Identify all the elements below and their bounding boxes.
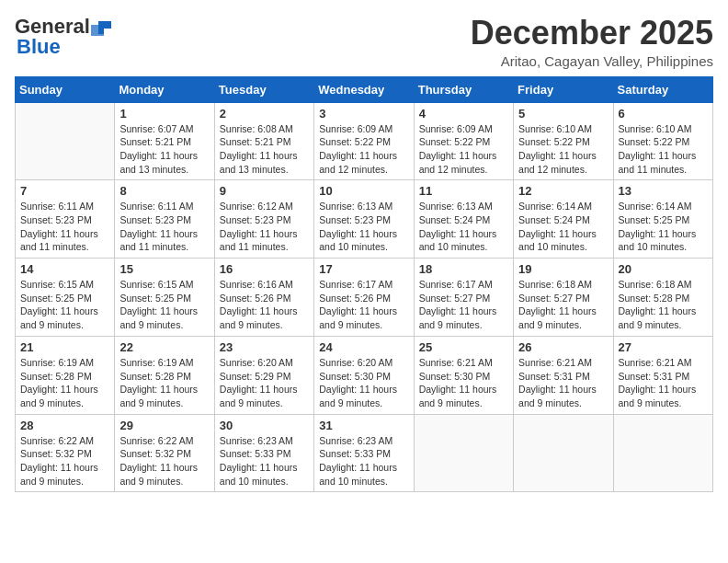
calendar-week-2: 7Sunrise: 6:11 AM Sunset: 5:23 PM Daylig… [16,180,713,259]
day-number: 25 [419,340,508,354]
day-info: Sunrise: 6:21 AM Sunset: 5:31 PM Dayligh… [619,356,708,410]
day-info: Sunrise: 6:20 AM Sunset: 5:29 PM Dayligh… [220,356,309,410]
page-header: General Blue December 2025 Aritao, Cagay… [15,15,713,69]
day-number: 28 [20,419,109,432]
day-info: Sunrise: 6:21 AM Sunset: 5:30 PM Dayligh… [419,356,508,410]
day-info: Sunrise: 6:14 AM Sunset: 5:25 PM Dayligh… [619,200,708,254]
day-number: 1 [119,107,209,121]
calendar-cell: 3Sunrise: 6:09 AM Sunset: 5:22 PM Daylig… [314,102,414,180]
weekday-header-wednesday: Wednesday [314,76,414,102]
weekday-header-thursday: Thursday [414,76,513,102]
weekday-header-friday: Friday [514,76,613,102]
day-number: 2 [220,107,309,121]
calendar-cell: 23Sunrise: 6:20 AM Sunset: 5:29 PM Dayli… [214,336,313,414]
calendar-cell: 13Sunrise: 6:14 AM Sunset: 5:25 PM Dayli… [613,180,712,259]
calendar-cell: 6Sunrise: 6:10 AM Sunset: 5:22 PM Daylig… [613,102,712,180]
calendar-cell [514,414,613,492]
day-number: 13 [619,184,708,198]
calendar-cell: 17Sunrise: 6:17 AM Sunset: 5:26 PM Dayli… [314,259,414,337]
day-info: Sunrise: 6:20 AM Sunset: 5:30 PM Dayligh… [319,356,408,410]
calendar-cell: 10Sunrise: 6:13 AM Sunset: 5:23 PM Dayli… [314,180,414,259]
day-info: Sunrise: 6:09 AM Sunset: 5:22 PM Dayligh… [319,122,408,177]
title-block: December 2025 Aritao, Cagayan Valley, Ph… [471,15,713,69]
day-number: 14 [20,262,109,276]
weekday-header-monday: Monday [115,76,214,102]
day-number: 9 [220,184,309,198]
day-number: 16 [220,262,309,276]
calendar-cell: 15Sunrise: 6:15 AM Sunset: 5:25 PM Dayli… [115,259,214,337]
day-info: Sunrise: 6:22 AM Sunset: 5:32 PM Dayligh… [20,434,109,488]
calendar-cell: 7Sunrise: 6:11 AM Sunset: 5:23 PM Daylig… [16,180,115,259]
month-title: December 2025 [471,15,713,52]
day-info: Sunrise: 6:18 AM Sunset: 5:27 PM Dayligh… [518,278,608,332]
day-info: Sunrise: 6:19 AM Sunset: 5:28 PM Dayligh… [20,356,109,410]
day-info: Sunrise: 6:11 AM Sunset: 5:23 PM Dayligh… [20,200,109,254]
day-number: 15 [119,262,209,276]
day-number: 5 [518,107,608,121]
calendar-cell [16,102,115,180]
day-info: Sunrise: 6:13 AM Sunset: 5:24 PM Dayligh… [419,200,508,254]
day-info: Sunrise: 6:17 AM Sunset: 5:26 PM Dayligh… [319,278,408,332]
calendar-week-4: 21Sunrise: 6:19 AM Sunset: 5:28 PM Dayli… [16,336,713,414]
logo-icon [91,19,111,36]
day-number: 3 [319,107,408,121]
calendar-cell: 26Sunrise: 6:21 AM Sunset: 5:31 PM Dayli… [514,336,613,414]
calendar-cell: 9Sunrise: 6:12 AM Sunset: 5:23 PM Daylig… [214,180,313,259]
logo: General Blue [15,15,112,59]
calendar-cell: 20Sunrise: 6:18 AM Sunset: 5:28 PM Dayli… [613,259,712,337]
day-info: Sunrise: 6:15 AM Sunset: 5:25 PM Dayligh… [119,278,209,332]
calendar-cell: 1Sunrise: 6:07 AM Sunset: 5:21 PM Daylig… [115,102,214,180]
calendar-cell: 5Sunrise: 6:10 AM Sunset: 5:22 PM Daylig… [514,102,613,180]
calendar-cell: 27Sunrise: 6:21 AM Sunset: 5:31 PM Dayli… [613,336,712,414]
calendar-cell [613,414,712,492]
day-info: Sunrise: 6:13 AM Sunset: 5:23 PM Dayligh… [319,200,408,254]
calendar-cell: 16Sunrise: 6:16 AM Sunset: 5:26 PM Dayli… [214,259,313,337]
day-number: 20 [619,262,708,276]
day-info: Sunrise: 6:23 AM Sunset: 5:33 PM Dayligh… [319,434,408,488]
calendar-cell: 28Sunrise: 6:22 AM Sunset: 5:32 PM Dayli… [16,414,115,492]
day-info: Sunrise: 6:14 AM Sunset: 5:24 PM Dayligh… [518,200,608,254]
calendar-cell: 22Sunrise: 6:19 AM Sunset: 5:28 PM Dayli… [115,336,214,414]
calendar-cell: 12Sunrise: 6:14 AM Sunset: 5:24 PM Dayli… [514,180,613,259]
calendar-cell: 14Sunrise: 6:15 AM Sunset: 5:25 PM Dayli… [16,259,115,337]
weekday-header-saturday: Saturday [613,76,712,102]
calendar-cell: 29Sunrise: 6:22 AM Sunset: 5:32 PM Dayli… [115,414,214,492]
calendar-cell: 8Sunrise: 6:11 AM Sunset: 5:23 PM Daylig… [115,180,214,259]
day-info: Sunrise: 6:12 AM Sunset: 5:23 PM Dayligh… [220,200,309,254]
day-info: Sunrise: 6:19 AM Sunset: 5:28 PM Dayligh… [119,356,209,410]
calendar-cell: 11Sunrise: 6:13 AM Sunset: 5:24 PM Dayli… [414,180,513,259]
day-number: 10 [319,184,408,198]
calendar-cell: 18Sunrise: 6:17 AM Sunset: 5:27 PM Dayli… [414,259,513,337]
day-info: Sunrise: 6:10 AM Sunset: 5:22 PM Dayligh… [518,122,608,177]
day-info: Sunrise: 6:11 AM Sunset: 5:23 PM Dayligh… [119,200,209,254]
calendar-table: SundayMondayTuesdayWednesdayThursdayFrid… [15,76,713,493]
day-number: 26 [518,340,608,354]
calendar-header-row: SundayMondayTuesdayWednesdayThursdayFrid… [16,76,713,102]
calendar-cell: 4Sunrise: 6:09 AM Sunset: 5:22 PM Daylig… [414,102,513,180]
day-info: Sunrise: 6:07 AM Sunset: 5:21 PM Dayligh… [119,122,209,177]
day-info: Sunrise: 6:16 AM Sunset: 5:26 PM Dayligh… [220,278,309,332]
day-number: 23 [220,340,309,354]
day-number: 19 [518,262,608,276]
day-number: 7 [20,184,109,198]
day-number: 27 [619,340,708,354]
day-number: 30 [220,419,309,432]
day-info: Sunrise: 6:23 AM Sunset: 5:33 PM Dayligh… [220,434,309,488]
calendar-week-3: 14Sunrise: 6:15 AM Sunset: 5:25 PM Dayli… [16,259,713,337]
calendar-week-1: 1Sunrise: 6:07 AM Sunset: 5:21 PM Daylig… [16,102,713,180]
day-info: Sunrise: 6:18 AM Sunset: 5:28 PM Dayligh… [619,278,708,332]
weekday-header-sunday: Sunday [16,76,115,102]
calendar-cell: 2Sunrise: 6:08 AM Sunset: 5:21 PM Daylig… [214,102,313,180]
day-number: 29 [119,419,209,432]
calendar-cell: 19Sunrise: 6:18 AM Sunset: 5:27 PM Dayli… [514,259,613,337]
calendar-cell: 31Sunrise: 6:23 AM Sunset: 5:33 PM Dayli… [314,414,414,492]
calendar-cell: 21Sunrise: 6:19 AM Sunset: 5:28 PM Dayli… [16,336,115,414]
day-info: Sunrise: 6:15 AM Sunset: 5:25 PM Dayligh… [20,278,109,332]
day-number: 11 [419,184,508,198]
day-info: Sunrise: 6:22 AM Sunset: 5:32 PM Dayligh… [119,434,209,488]
day-number: 18 [419,262,508,276]
day-number: 31 [319,419,408,432]
calendar-week-5: 28Sunrise: 6:22 AM Sunset: 5:32 PM Dayli… [16,414,713,492]
weekday-header-tuesday: Tuesday [214,76,313,102]
calendar-cell: 25Sunrise: 6:21 AM Sunset: 5:30 PM Dayli… [414,336,513,414]
